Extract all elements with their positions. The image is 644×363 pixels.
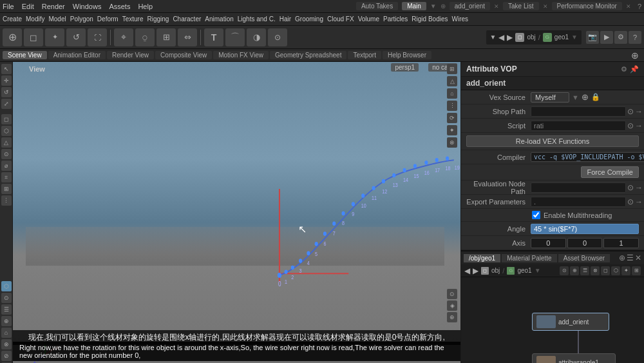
left-icon7[interactable]: ⊞ [1, 184, 12, 194]
menu-file[interactable]: File [3, 3, 14, 10]
scale-icon[interactable]: ⤢ [1, 99, 12, 109]
ng-icon1[interactable]: ⊙ [560, 266, 569, 275]
node-add-orient[interactable]: add_orient [532, 313, 609, 331]
script-browse-icon[interactable]: ⊙ [627, 121, 634, 130]
tb-character[interactable]: Character [173, 15, 201, 23]
tb-polygon[interactable]: Polygon [70, 15, 93, 23]
left-icon3[interactable]: △ [1, 137, 12, 148]
scale-tool-icon[interactable]: ⛶ [88, 28, 107, 46]
tb-modify[interactable]: Modify [26, 15, 44, 23]
vp-bottom-icon2[interactable]: ◈ [447, 300, 457, 311]
vp-tab-help[interactable]: Help Browser [383, 51, 431, 59]
left-icon8[interactable]: ⋮ [1, 195, 12, 206]
rp-pin-icon[interactable]: 📌 [630, 65, 639, 74]
add-orient-tab[interactable]: add_orient [450, 2, 490, 10]
ng-nav-forward[interactable]: ▶ [473, 266, 478, 275]
cam-icon[interactable]: 📷 [586, 31, 599, 44]
mirror-icon[interactable]: ⇔ [178, 28, 197, 46]
tb-animation[interactable]: Animation [205, 15, 233, 23]
nav-back-btn[interactable]: ◀ [498, 33, 504, 42]
path-geo-label[interactable]: geo1 [554, 34, 569, 41]
ng-icon3[interactable]: ☰ [580, 266, 589, 275]
view-icon10[interactable]: ✦ [447, 125, 457, 135]
transform-tool-icon[interactable]: ✦ [45, 28, 64, 46]
axis-z-value[interactable]: 1 [603, 238, 639, 248]
vp-tab-textport[interactable]: Textport [348, 51, 381, 59]
measure-icon[interactable]: ⊞ [156, 28, 176, 46]
eval-node-input[interactable] [531, 182, 626, 193]
ng-nav-back[interactable]: ◀ [464, 266, 470, 275]
rotate-tool-icon[interactable]: ↺ [66, 28, 86, 46]
select-tool-icon[interactable]: ◻ [24, 28, 43, 46]
axis-y-value[interactable]: 0 [567, 238, 603, 248]
snap-icon[interactable]: ⌖ [114, 28, 133, 46]
left-icon-bottom3[interactable]: ☰ [1, 304, 12, 315]
node-attribwrangle[interactable]: attribwrangle1 [532, 353, 616, 363]
tb-wires[interactable]: Wires [452, 15, 469, 23]
tb-rigid-bodies[interactable]: Rigid Bodies [412, 15, 448, 23]
auto-takes-tab[interactable]: Auto Takes [356, 2, 398, 10]
export-browse-icon[interactable]: ⊙ [627, 197, 634, 206]
revolve-icon[interactable]: ⊙ [268, 28, 287, 46]
bp-tab-geo1[interactable]: /obj/geo1 [464, 254, 500, 262]
tb-lights[interactable]: Lights and C. [238, 15, 276, 23]
tb-create[interactable]: Create [3, 15, 22, 23]
persp-badge[interactable]: persp1 [391, 63, 419, 72]
menu-help[interactable]: Help [138, 3, 153, 10]
take-list-tab[interactable]: Take List [503, 2, 538, 10]
tb-rigging[interactable]: Rigging [147, 15, 169, 23]
tb-model[interactable]: Model [48, 15, 66, 23]
ng-icon7[interactable]: ✦ [621, 266, 630, 275]
vp-tab-render[interactable]: Render View [107, 51, 154, 59]
bp-close-icon[interactable]: ✕ [635, 253, 641, 262]
vex-lock-icon[interactable]: 🔒 [591, 93, 600, 101]
bp-tab-material[interactable]: Material Palette [502, 254, 556, 262]
create-tool-icon[interactable]: ⊕ [3, 28, 22, 46]
left-icon-bottom2[interactable]: ⊙ [1, 293, 12, 303]
view-icon7[interactable]: ⌂ [447, 88, 457, 99]
force-compile-btn[interactable]: Force Compile [581, 166, 639, 178]
rp-gear-icon[interactable]: ⚙ [621, 65, 627, 74]
multithreading-checkbox[interactable] [532, 211, 540, 219]
menu-render[interactable]: Render [42, 3, 65, 10]
perf-monitor-tab[interactable]: Performance Monitor [552, 2, 622, 10]
ng-icon6[interactable]: ⬡ [611, 266, 620, 275]
export-params-input[interactable] [531, 197, 626, 207]
menu-assets[interactable]: Assets [109, 3, 130, 10]
ng-icon2[interactable]: ⊕ [570, 266, 579, 275]
view-icon9[interactable]: ⟳ [447, 113, 457, 123]
ng-obj-label[interactable]: obj [491, 267, 500, 274]
node-graph[interactable]: add_orient attribwrangle1 dopnet1 [461, 277, 644, 363]
vex-source-icon[interactable]: ⊕ [582, 92, 589, 102]
menu-windows[interactable]: Windows [73, 3, 102, 10]
ng-icon5[interactable]: ◻ [601, 266, 610, 275]
script-arrow-icon[interactable]: → [635, 121, 643, 130]
move-icon[interactable]: ✛ [1, 75, 12, 86]
bp-tab-asset[interactable]: Asset Browser [558, 254, 610, 262]
reload-vex-btn[interactable]: Re-load VEX Functions [466, 135, 639, 147]
vp-bottom-icon1[interactable]: ⊙ [447, 289, 457, 299]
angle-value[interactable]: 45 * sin($F*7) [531, 224, 639, 234]
tb-volume[interactable]: Volume [358, 15, 379, 23]
vp-bottom-icon3[interactable]: ⊕ [447, 312, 457, 322]
tb-particles[interactable]: Particles [383, 15, 408, 23]
eval-arrow-icon[interactable]: → [635, 183, 643, 192]
magnet-icon[interactable]: ⍜ [135, 28, 155, 46]
vp-tab-scene[interactable]: Scene View [3, 51, 47, 59]
curve-tool-icon[interactable]: ⌒ [225, 28, 245, 46]
left-icon-bottom7[interactable]: ⊘ [1, 351, 12, 361]
view-icon6[interactable]: △ [447, 76, 457, 86]
vp-tab-anim[interactable]: Animation Editor [48, 51, 106, 59]
view-icon11[interactable]: ⊗ [447, 137, 457, 148]
vp-tab-motion[interactable]: Motion FX View [213, 51, 269, 59]
ng-icon4[interactable]: ⊗ [591, 266, 600, 275]
bp-menu-icon[interactable]: ☰ [627, 253, 634, 262]
vex-source-dropdown[interactable]: Myself [531, 92, 569, 103]
settings-icon[interactable]: ⚙ [614, 31, 627, 44]
tb-texture[interactable]: Texture [122, 15, 144, 23]
left-icon-bottom5[interactable]: ⌂ [1, 328, 12, 338]
tb-hair[interactable]: Hair [279, 15, 291, 23]
select-icon[interactable]: ↖ [1, 64, 12, 74]
tb-deform[interactable]: Deform [97, 15, 118, 23]
vp-add-btn[interactable]: ⊕ [629, 50, 641, 61]
